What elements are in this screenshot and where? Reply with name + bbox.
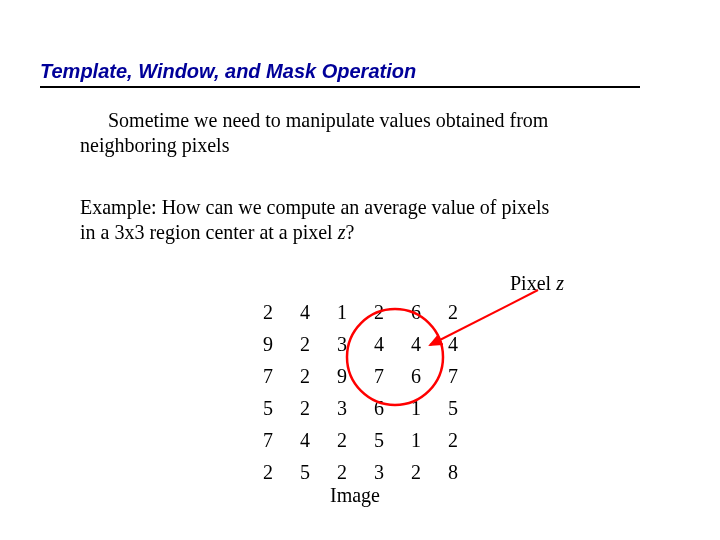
cell: 2: [334, 424, 371, 456]
cell: 4: [371, 328, 408, 360]
example-qmark: ?: [345, 221, 354, 243]
cell: 2: [445, 296, 482, 328]
table-row: 7 4 2 5 1 2: [260, 424, 482, 456]
cell: 9: [260, 328, 297, 360]
cell: 6: [408, 296, 445, 328]
intro-line-2: neighboring pixels: [80, 134, 229, 156]
table-row: 7 2 9 7 6 7: [260, 360, 482, 392]
example-line-2a: in a 3x3 region center at a pixel: [80, 221, 338, 243]
cell: 4: [297, 424, 334, 456]
pixel-grid: 2 4 1 2 6 2 9 2 3 4 4 4 7 2 9 7 6 7 5 2 …: [260, 296, 482, 488]
table-row: 9 2 3 4 4 4: [260, 328, 482, 360]
cell: 2: [297, 392, 334, 424]
pixel-z-prefix: Pixel: [510, 272, 556, 294]
cell: 2: [445, 424, 482, 456]
cell: 6: [408, 360, 445, 392]
table-row: 5 2 3 6 1 5: [260, 392, 482, 424]
title-underline: [40, 86, 640, 88]
pixel-z-label: Pixel z: [510, 272, 564, 295]
cell: 7: [371, 360, 408, 392]
table-row: 2 4 1 2 6 2: [260, 296, 482, 328]
cell: 7: [445, 360, 482, 392]
intro-paragraph: Sometime we need to manipulate values ob…: [80, 108, 640, 158]
cell: 1: [408, 424, 445, 456]
intro-line-1: Sometime we need to manipulate values ob…: [108, 109, 548, 131]
cell: 4: [297, 296, 334, 328]
cell: 5: [445, 392, 482, 424]
cell: 7: [260, 424, 297, 456]
cell: 1: [334, 296, 371, 328]
cell: 2: [260, 456, 297, 488]
pixel-z-var: z: [556, 272, 564, 294]
cell: 7: [260, 360, 297, 392]
cell: 2: [371, 296, 408, 328]
cell: 2: [260, 296, 297, 328]
cell: 6: [371, 392, 408, 424]
cell: 2: [408, 456, 445, 488]
cell: 4: [408, 328, 445, 360]
cell: 3: [334, 392, 371, 424]
page-title: Template, Window, and Mask Operation: [40, 60, 416, 83]
cell: 5: [297, 456, 334, 488]
example-line-1: Example: How can we compute an average v…: [80, 196, 549, 218]
cell: 4: [445, 328, 482, 360]
cell: 2: [297, 360, 334, 392]
cell: 1: [408, 392, 445, 424]
example-paragraph: Example: How can we compute an average v…: [80, 195, 640, 245]
cell: 5: [260, 392, 297, 424]
grid-caption: Image: [330, 484, 380, 507]
cell: 3: [334, 328, 371, 360]
cell: 8: [445, 456, 482, 488]
cell: 9: [334, 360, 371, 392]
cell: 5: [371, 424, 408, 456]
cell: 2: [297, 328, 334, 360]
